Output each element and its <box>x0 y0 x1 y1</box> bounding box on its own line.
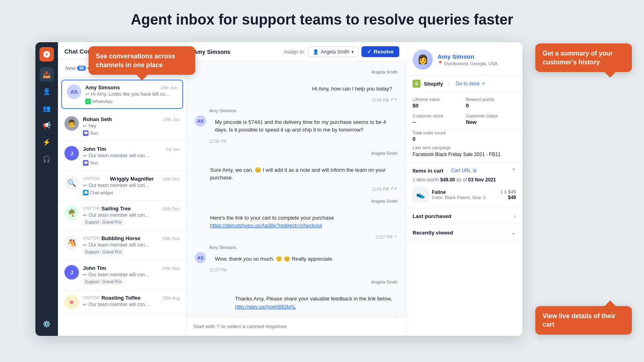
channel-badge: 💬 Chat widget <box>83 190 113 195</box>
avatar: 🐴 <box>64 235 79 250</box>
location-icon: 📍 <box>438 61 443 66</box>
conv-list: 👨 Rohan Seth 24th Jun ↩ hey 💬 Text J <box>58 111 186 336</box>
visitor-badge: VISITOR <box>83 296 100 300</box>
last-purchased-section[interactable]: Last purchased › <box>406 208 522 224</box>
conv-preview: ↩ Hi Amy, Looks like you have left so... <box>85 91 178 97</box>
list-item[interactable]: 👨 Rohan Seth 24th Jun ↩ hey 💬 Text <box>58 111 186 141</box>
message-content: Amy Simsons Wow, thank you so much. 🙂 😊 … <box>209 245 339 273</box>
conv-preview: ↩ Our team member will con... <box>83 242 180 248</box>
sidebar-icon-settings[interactable]: ⚙️ <box>39 317 54 331</box>
external-link-icon: ↗ <box>481 81 485 86</box>
chevron-up-icon[interactable]: ⌃ <box>511 167 516 174</box>
assign-label: Assign to: <box>284 49 305 55</box>
agent-name-label: Angela Smith <box>195 68 398 75</box>
stat-value: New <box>466 119 516 125</box>
channel-badge: Support : Grand Prix <box>83 249 124 255</box>
customer-profile: 👩 Amy Simson 📍 Dundywood, Georgia, USA <box>406 42 522 76</box>
assign-agent-btn[interactable]: 👤 Angela Smith ▾ <box>308 47 358 57</box>
callout-conversations-text: See conversations across channels in one… <box>96 53 175 68</box>
assign-section: Assign to: 👤 Angela Smith ▾ ✓ Resolve <box>284 46 399 57</box>
channel-label: Text <box>90 131 98 136</box>
conv-name: Sailing Tree <box>101 206 131 212</box>
list-item[interactable]: 🔍 VISITOR Wriggly Magnifier 19th Dec ↩ O… <box>58 171 186 201</box>
list-item[interactable]: J John Tim 1st Jan ↩ Our team member wil… <box>58 141 186 171</box>
callout-cart-text: View live details of their cart <box>543 313 615 328</box>
go-to-store-label: Go to store <box>456 81 479 86</box>
resolve-button[interactable]: ✓ Resolve <box>361 46 399 57</box>
list-item[interactable]: J John Tim 24th Sep ↩ Our team member wi… <box>58 260 186 290</box>
message-row: Thanks Amy, Please share your valuable f… <box>195 291 398 317</box>
list-item[interactable]: 🐴 VISITOR Bubbling Horse 19th Nov ↩ Our … <box>58 230 186 260</box>
cart-item-price: 1 x $49 $49 <box>500 189 516 200</box>
sidebar-icon-automation[interactable]: ⚡ <box>39 135 54 149</box>
stat-value: -- <box>413 119 463 125</box>
customer-info: Amy Simson 📍 Dundywood, Georgia, USA <box>438 53 497 66</box>
dot-separator: · <box>447 168 448 173</box>
stat-customer-status: Customer status New <box>466 113 516 125</box>
chevron-down-icon: ▾ <box>351 49 354 55</box>
callout-conversations: See conversations across channels in one… <box>89 46 195 75</box>
check-icon: ✓ <box>367 49 372 55</box>
items-cart-header: Items in cart · Cart URL ⧉ ⌃ <box>413 167 516 174</box>
message-bubble: Here's the link to your cart to complete… <box>204 210 398 234</box>
customer-panel: 👩 Amy Simson 📍 Dundywood, Georgia, USA S… <box>406 42 522 336</box>
message-row: AS Amy Simsons My pincode is 57441 and t… <box>195 108 398 144</box>
avatar: 🍬 <box>64 295 79 309</box>
conv-preview: ↩ Our team member will con... <box>83 302 180 307</box>
sidebar-icon-team[interactable]: 👥 <box>39 101 54 115</box>
items-cart-title: Items in cart <box>413 168 444 174</box>
visitor-badge: VISITOR <box>83 206 100 211</box>
callout-history: Get a summary of your customer's history <box>535 43 632 72</box>
sidebar: 📥 👤 👥 📢 ⚡ 🎧 ⚙️ <box>35 42 58 336</box>
conv-name: Amy Simsons <box>85 84 120 90</box>
messages-area: Angela Smith Hi Amy, how can I help you … <box>187 62 406 317</box>
cart-summary: 1 item worth $49.00 as of 03 Nov 2021 <box>413 177 516 183</box>
page-heading: Agent inbox for support teams to resolve… <box>0 0 644 36</box>
list-item[interactable]: 🌴 VISITOR Sailing Tree 16th Dec ↩ Our te… <box>58 201 186 230</box>
channel-label: Text <box>90 160 98 165</box>
resolve-label: Resolve <box>374 49 394 55</box>
conv-preview: ↩ hey <box>83 123 180 129</box>
conversations-panel: Chat Con... New 96 ▾ ⊞ ⊟ ⋮ AS Amy Simson… <box>58 42 187 336</box>
avatar: 🌴 <box>64 206 79 220</box>
chevron-right-icon: › <box>514 213 516 219</box>
chat-area: Amy Simsons Assign to: 👤 Angela Smith ▾ … <box>187 42 406 336</box>
person-icon: 👤 <box>313 49 319 55</box>
sidebar-icon-contacts[interactable]: 👤 <box>39 84 54 99</box>
callout-history-text: Get a summary of your customer's history <box>543 50 613 66</box>
stat-label: Customer since <box>413 113 463 118</box>
conv-name-row: John Tim 1st Jan <box>83 146 180 152</box>
channel-badge: ✓ WhatsApp <box>85 99 113 104</box>
sidebar-icon-campaigns[interactable]: 📢 <box>39 118 54 132</box>
last-purchased-label: Last purchased <box>413 213 451 219</box>
conv-name-row: Amy Simsons 24th Jun <box>85 84 178 90</box>
conv-preview: ↩ Our team member will con... <box>83 183 180 188</box>
go-to-store-link[interactable]: Go to store ↗ <box>456 81 485 86</box>
stat-reward-points: Reward points 0 <box>466 97 516 109</box>
cart-url-link[interactable]: Cart URL ⧉ <box>451 168 477 173</box>
conv-item-active[interactable]: AS Amy Simsons 24th Jun ↩ Hi Amy, Looks … <box>61 80 183 109</box>
customer-stats: Lifetime value $0 Reward points 0 Custom… <box>406 92 522 130</box>
stat-lifetime-value: Lifetime value $0 <box>413 97 463 109</box>
shopify-label: Shopify <box>424 81 443 87</box>
feedback-link[interactable]: http://stev.us/Aoeh892bAL <box>235 304 296 310</box>
cart-item-details: Faline Color: Black Patent, Size: 5 <box>432 189 497 200</box>
list-item[interactable]: 🍬 VISITOR Roasting Toffee 20th Aug ↩ Our… <box>58 290 186 315</box>
message-bubble: Sure Amy, we can. 😊 I will add it as a n… <box>204 162 398 186</box>
recently-viewed-label: Recently viewed <box>413 230 453 236</box>
recently-viewed-section[interactable]: Recently viewed ⌄ <box>406 224 522 241</box>
conv-name: Rohan Seth <box>83 116 112 122</box>
text-icon: 💬 <box>83 160 89 166</box>
cart-item-row: 👟 Faline Color: Black Patent, Size: 5 1 … <box>413 187 516 203</box>
sidebar-icon-support[interactable]: 🎧 <box>39 152 54 166</box>
cart-item-image: 👟 <box>413 187 429 203</box>
channel-label: WhatsApp <box>92 99 113 104</box>
stat-customer-since: Customer since -- <box>413 113 463 125</box>
sender-name: Amy Simsons <box>209 245 236 250</box>
conv-name-row: Rohan Seth 24th Jun <box>83 116 180 122</box>
sidebar-icon-home[interactable]: 📥 <box>39 67 54 82</box>
chat-input[interactable] <box>193 321 399 332</box>
cart-link[interactable]: https://aboutshoes.us/Aa38x?redirect=/ch… <box>210 222 322 228</box>
last-campaign-label: Last sent campaign <box>413 145 516 150</box>
message-row: Sure Amy, we can. 😊 I will add it as a n… <box>195 162 398 191</box>
